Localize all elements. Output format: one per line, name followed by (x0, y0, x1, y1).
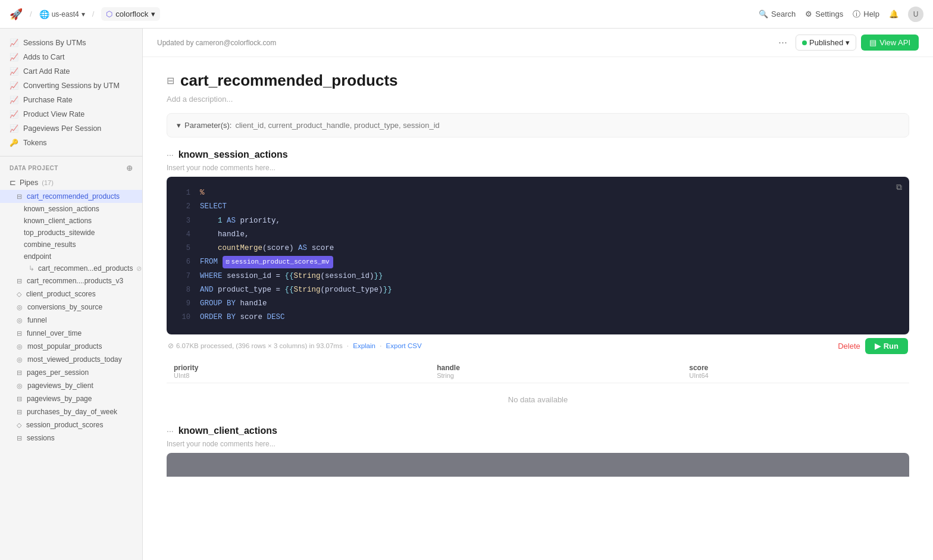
data-project-header: DATA PROJECT ⊕ (0, 160, 142, 175)
sidebar-item-adds-to-cart[interactable]: 📈 Adds to Cart (0, 50, 142, 64)
pipe-label: cart_recommen....products_v3 (27, 277, 123, 285)
parameters-header[interactable]: ▾ Parameter(s): client_id, current_produ… (177, 121, 899, 130)
col-priority-label: priority (174, 364, 198, 372)
sidebar-pipe-conversions-by-source[interactable]: ◎ conversions_by_source (0, 301, 142, 314)
pipe-icon: ⊟ (17, 277, 22, 285)
sidebar-pipe-sessions[interactable]: ⊟ sessions (0, 431, 142, 445)
copy-icon[interactable]: ⧉ (896, 183, 902, 192)
sidebar-item-purchase-rate[interactable]: 📈 Purchase Rate (0, 93, 142, 107)
code-line: 5 countMerge(score) AS score (167, 242, 909, 255)
sidebar-item-label: Product View Rate (23, 110, 84, 118)
pipe-icon: ◎ (17, 343, 23, 351)
help-button[interactable]: ⓘ Help (853, 9, 879, 20)
delete-button[interactable]: Delete (838, 342, 860, 351)
settings-icon: ⚙ (805, 10, 812, 18)
col-score-type: UInt64 (689, 372, 902, 379)
col-handle-label: handle (437, 364, 460, 372)
sidebar-item-pageviews-per-session[interactable]: 📈 Pageviews Per Session (0, 121, 142, 136)
sidebar-item-sessions-by-utms[interactable]: 📈 Sessions By UTMs (0, 36, 142, 50)
sidebar-pipe-pageviews-by-page[interactable]: ⊟ pageviews_by_page (0, 392, 142, 405)
col-handle-type: String (437, 372, 675, 379)
explain-link[interactable]: Explain (353, 342, 375, 349)
col-handle: handle String (430, 360, 682, 383)
search-button[interactable]: 🔍 Search (759, 10, 796, 18)
content-header: Updated by cameron@colorflock.com ··· Pu… (143, 29, 933, 57)
sidebar: 📈 Sessions By UTMs 📈 Adds to Cart 📈 Cart… (0, 29, 143, 560)
pipe-label: cart_recommended_products (27, 192, 120, 201)
sidebar-item-product-view-rate[interactable]: 📈 Product View Rate (0, 107, 142, 121)
sidebar-item-label: Sessions By UTMs (23, 39, 86, 47)
sidebar-pipe-endpoint[interactable]: endpoint (0, 251, 142, 262)
sidebar-pipe-top-products-sitewide[interactable]: top_products_sitewide (0, 227, 142, 239)
pipe-label: pageviews_by_page (27, 395, 92, 403)
node-title-2: known_client_actions (179, 426, 277, 436)
sidebar-pipe-funnel-over-time[interactable]: ⊟ funnel_over_time (0, 327, 142, 340)
updated-by-label: Updated by cameron@colorflock.com (157, 39, 276, 47)
pipe-label: sessions (27, 434, 55, 442)
node-section-2: ··· known_client_actions Insert your nod… (167, 426, 909, 477)
sidebar-item-tokens[interactable]: 🔑 Tokens (0, 136, 142, 150)
sidebar-pipe-cart-recommended-products[interactable]: ⊟ cart_recommended_products (0, 190, 142, 203)
avatar[interactable]: U (908, 7, 923, 22)
sidebar-item-label: Converting Sessions by UTM (23, 82, 120, 90)
sidebar-pipe-pages-per-session[interactable]: ⊟ pages_per_session (0, 366, 142, 379)
run-button[interactable]: ▶ Run (865, 338, 908, 354)
view-api-label: View API (879, 38, 910, 47)
main-content: Updated by cameron@colorflock.com ··· Pu… (143, 29, 933, 560)
sidebar-item-label: Tokens (23, 139, 47, 147)
data-project-settings-icon[interactable]: ⊕ (126, 164, 133, 173)
code-line: 2 SELECT (167, 200, 909, 214)
export-csv-link[interactable]: Export CSV (386, 342, 422, 349)
avatar-label: U (913, 10, 919, 18)
sidebar-pipe-combine-results[interactable]: combine_results (0, 239, 142, 251)
node-comment-1[interactable]: Insert your node comments here... (167, 164, 909, 172)
sidebar-item-cart-add-rate[interactable]: 📈 Cart Add Rate (0, 64, 142, 79)
sidebar-pipe-cart-recommen-products-v3[interactable]: ⊟ cart_recommen....products_v3 (0, 274, 142, 287)
pipes-label: Pipes (20, 179, 38, 187)
sidebar-divider (0, 156, 142, 157)
top-navigation: 🚀 / 🌐 us-east4 ▾ / ⬡ colorflock ▾ 🔍 Sear… (0, 0, 933, 29)
view-api-button[interactable]: ▤ View API (861, 35, 919, 51)
nav-separator-2: / (92, 10, 95, 18)
node-options-icon[interactable]: ··· (167, 150, 174, 159)
pipe-label: conversions_by_source (27, 303, 102, 311)
notifications-icon: 🔔 (889, 10, 898, 18)
sidebar-pipe-funnel[interactable]: ◎ funnel (0, 314, 142, 327)
nav-region-selector[interactable]: 🌐 us-east4 ▾ (39, 10, 85, 19)
sidebar-pipe-known-session-actions[interactable]: known_session_actions (0, 203, 142, 215)
node-header-2: ··· known_client_actions (167, 426, 909, 436)
pipe-icon: ◎ (17, 304, 23, 311)
code-line: 6 FROM ⊡session_product_scores_mv (167, 255, 909, 269)
pipe-icon: ◎ (17, 356, 23, 364)
sidebar-pipe-most-viewed-products-today[interactable]: ◎ most_viewed_products_today (0, 353, 142, 366)
project-icon: ⬡ (106, 10, 112, 18)
nav-project-selector[interactable]: ⬡ colorflock ▾ (101, 7, 160, 21)
code-line: 8 AND product_type = {{String(product_ty… (167, 283, 909, 297)
page-title-row: ⊟ cart_recommended_products (167, 71, 909, 90)
pipes-header[interactable]: ⊏ Pipes (17) (0, 175, 142, 190)
sidebar-item-label: Pageviews Per Session (23, 124, 101, 133)
node-2-options-icon[interactable]: ··· (167, 426, 174, 436)
query-meta-text: 6.07KB processed, (396 rows × 3 columns)… (176, 342, 343, 349)
pipe-label: cart_recommen...ed_products (38, 264, 133, 273)
pipes-count: (17) (42, 179, 54, 186)
sidebar-pipe-pageviews-by-client[interactable]: ◎ pageviews_by_client (0, 379, 142, 392)
sidebar-pipe-cart-recommen-ed[interactable]: ↳ cart_recommen...ed_products ⊘ (0, 262, 142, 274)
sidebar-pipe-purchases-by-day-of-week[interactable]: ⊟ purchases_by_day_of_week (0, 405, 142, 418)
sidebar-pipe-session-product-scores[interactable]: ◇ session_product_scores (0, 418, 142, 431)
sidebar-pipe-known-client-actions[interactable]: known_client_actions (0, 215, 142, 227)
logo-icon[interactable]: 🚀 (10, 8, 23, 21)
more-options-button[interactable]: ··· (775, 35, 791, 50)
sidebar-pipe-client-product-scores[interactable]: ◇ client_product_scores (0, 287, 142, 301)
collapse-icon[interactable]: ⊟ (167, 75, 174, 86)
page-description[interactable]: Add a description... (167, 95, 909, 104)
region-label: us-east4 (52, 10, 79, 18)
node-comment-2[interactable]: Insert your node comments here... (167, 440, 909, 448)
sidebar-pipe-most-popular-products[interactable]: ◎ most_popular_products (0, 340, 142, 353)
settings-button[interactable]: ⚙ Settings (805, 10, 843, 18)
run-icon: ▶ (875, 342, 881, 351)
pipe-label: most_popular_products (27, 342, 102, 351)
sidebar-item-converting-sessions[interactable]: 📈 Converting Sessions by UTM (0, 79, 142, 93)
notifications-button[interactable]: 🔔 (889, 10, 898, 18)
published-button[interactable]: Published ▾ (796, 35, 856, 51)
